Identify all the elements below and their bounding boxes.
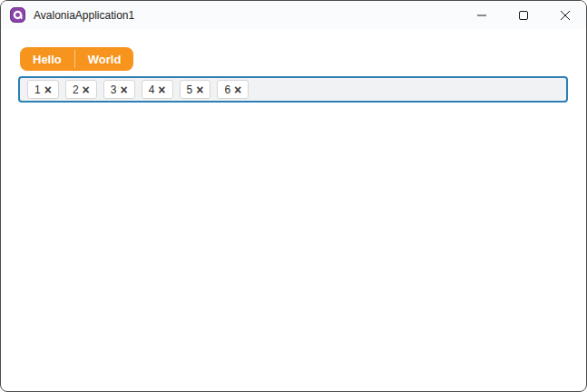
maximize-icon: [519, 11, 528, 20]
minimize-button[interactable]: [461, 1, 503, 29]
tag-chip-label: 5: [187, 84, 193, 95]
remove-tag-button[interactable]: ×: [83, 83, 90, 96]
hello-world-button-group: Hello World: [20, 47, 133, 71]
tag-chip: 2 ×: [65, 80, 97, 99]
remove-tag-button[interactable]: ×: [196, 83, 203, 96]
minimize-icon: [477, 11, 486, 20]
remove-tag-button[interactable]: ×: [120, 83, 127, 96]
window-content: Hello World 1 × 2 × 3 × 4 × 5 ×: [1, 29, 586, 103]
tag-chip: 6 ×: [217, 80, 249, 99]
tag-chip-label: 1: [34, 84, 41, 95]
tag-input[interactable]: 1 × 2 × 3 × 4 × 5 × 6 ×: [18, 76, 568, 103]
tag-chip-label: 3: [111, 84, 117, 95]
avalonia-logo-icon: [10, 7, 25, 23]
remove-tag-button[interactable]: ×: [44, 83, 52, 96]
tag-chip-label: 4: [149, 84, 155, 95]
titlebar[interactable]: AvaloniaApplication1: [1, 1, 586, 29]
tag-chip-label: 6: [224, 84, 230, 95]
tag-chip: 3 ×: [103, 80, 135, 99]
world-button[interactable]: World: [75, 47, 134, 71]
tag-chip: 1 ×: [27, 80, 59, 99]
caption-buttons: [461, 1, 586, 29]
window-title: AvaloniaApplication1: [34, 9, 134, 22]
tag-chip: 5 ×: [180, 80, 211, 99]
maximize-button[interactable]: [503, 1, 544, 29]
close-button[interactable]: [544, 1, 586, 29]
app-window: AvaloniaApplication1 Hello: [0, 0, 587, 392]
close-icon: [561, 11, 570, 20]
tag-chip: 4 ×: [142, 80, 173, 99]
tag-chip-label: 2: [73, 84, 79, 95]
remove-tag-button[interactable]: ×: [158, 83, 165, 96]
remove-tag-button[interactable]: ×: [234, 83, 241, 96]
hello-button[interactable]: Hello: [20, 47, 74, 71]
